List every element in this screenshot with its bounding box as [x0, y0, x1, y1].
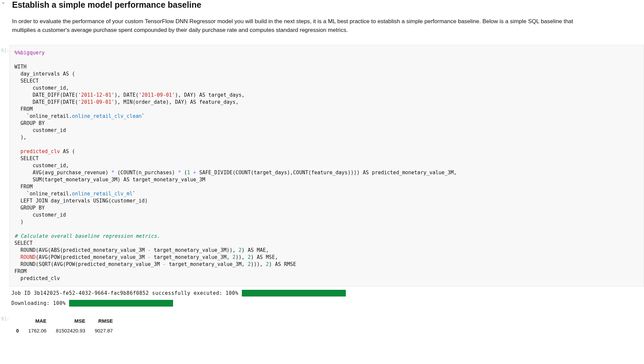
code-line: ),	[14, 134, 26, 140]
cell-mse: 81502420.93	[51, 326, 90, 335]
code-input-cell: 9]: %%bigquery WITH day_intervals AS ( S…	[0, 45, 644, 286]
code-line: GROUP BY	[14, 205, 45, 211]
code-line: AVG(avg_purchase_revenue)	[14, 170, 111, 176]
code-line: ), DATE(	[114, 92, 139, 98]
collapse-toggle-icon[interactable]: ▾	[2, 0, 5, 6]
table-ref: online_retail_clv_ml	[72, 191, 133, 197]
code-line: `online_retail.	[14, 113, 72, 119]
code-line: `online_retail.	[14, 191, 72, 197]
markdown-cell: ▾ Establish a simple model performance b…	[0, 0, 644, 41]
code-line: target_monetary_value_3M)),	[151, 247, 238, 253]
code-line: target_monetary_value_3M,	[166, 261, 248, 267]
download-progress-bar	[69, 300, 173, 307]
code-line	[14, 148, 20, 154]
code-line	[190, 170, 193, 176]
download-status-line: Downloading: 100%	[11, 300, 644, 307]
code-line: ROUND(AVG(ABS(predicted_monetary_value_3…	[14, 247, 148, 253]
number: 1	[187, 170, 190, 176]
result-output-cell: 9]: MAE MSE RMSE 0 1762.06 81502420.93 9…	[0, 313, 644, 335]
code-line: ) AS MSE,	[251, 254, 278, 260]
table-header-row: MAE MSE RMSE	[11, 316, 117, 326]
cell-magic: %%bigquery	[14, 50, 45, 56]
code-line: DATE_DIFF(DATE(	[14, 99, 78, 105]
code-line: )	[14, 219, 23, 225]
code-line: SELECT	[14, 155, 39, 162]
code-line: ) AS MAE,	[241, 247, 269, 253]
string-literal: '2011-09-01'	[139, 92, 175, 98]
comment: # Calculate overall baseline regression …	[14, 233, 160, 239]
section-heading: Establish a simple model performance bas…	[12, 0, 644, 10]
job-status-text: Job ID 3b142025-fe52-4032-9664-fac9b86f0…	[11, 290, 238, 296]
code-line: AS (	[60, 148, 75, 154]
code-line: (AVG(POW(predicted_monetary_value_3M	[36, 254, 148, 260]
code-line: GROUP BY	[14, 120, 45, 126]
code-line: DATE_DIFF(DATE(	[14, 92, 78, 98]
code-line: )),	[235, 254, 248, 260]
code-line: ), MIN(order_date), DAY) AS feature_days…	[114, 99, 238, 105]
code-line: ) AS RMSE	[269, 261, 296, 267]
table-row: 0 1762.06 81502420.93 9027.87	[11, 326, 117, 335]
table-ref: online_retail_clv_clean	[72, 113, 142, 119]
code-line: `	[132, 191, 136, 197]
code-line: customer_id,	[14, 85, 69, 91]
code-line: FROM	[14, 268, 26, 274]
section-description: In order to evaluate the performance of …	[12, 17, 579, 35]
code-editor[interactable]: %%bigquery WITH day_intervals AS ( SELEC…	[9, 45, 644, 286]
code-line: ), DAY) AS target_days,	[175, 92, 245, 98]
job-status-line: Job ID 3b142025-fe52-4032-9664-fac9b86f0…	[11, 290, 644, 297]
operator: *	[111, 170, 114, 176]
code-line: predicted_clv	[14, 275, 60, 281]
col-mae: MAE	[23, 316, 51, 326]
output-prompt: 9]:	[0, 313, 9, 321]
number: 2	[232, 254, 235, 260]
number: 2	[266, 261, 269, 267]
col-rmse: RMSE	[90, 316, 117, 326]
cell-rmse: 9027.87	[90, 326, 117, 335]
code-line: target_monetary_value_3M,	[151, 254, 232, 260]
code-line: LEFT JOIN day_intervals USING(customer_i…	[14, 198, 148, 204]
job-progress-bar	[242, 290, 346, 297]
string-literal: '2011-12-01'	[78, 92, 114, 98]
download-status-text: Downloading: 100%	[11, 300, 66, 306]
cte-name: predicted_clv	[20, 148, 60, 154]
code-line: SELECT	[14, 240, 33, 246]
output-prompt-spacer	[0, 290, 9, 292]
number: 2	[238, 247, 241, 253]
code-line: ))),	[251, 261, 266, 267]
code-line: SELECT	[14, 78, 39, 84]
code-line: WITH	[14, 64, 26, 70]
code-line: customer_id	[14, 127, 66, 133]
input-prompt: 9]:	[0, 45, 9, 286]
code-line: customer_id,	[14, 163, 69, 169]
code-line: day_intervals AS (	[14, 71, 75, 77]
code-line: SAFE_DIVIDE(COUNT(target_days),COUNT(fea…	[196, 170, 457, 176]
code-line	[14, 254, 20, 260]
operator: +	[193, 170, 196, 176]
code-line: `	[142, 113, 145, 119]
code-line: (COUNT(n_purchases)	[114, 170, 178, 176]
builtin: ROUND	[20, 254, 36, 260]
row-index: 0	[11, 326, 23, 335]
code-line: ROUND(SQRT(AVG(POW(predicted_monetary_va…	[14, 261, 163, 267]
code-line: (	[181, 170, 187, 176]
code-line: FROM	[14, 106, 33, 112]
operator: *	[178, 170, 181, 176]
code-line: FROM	[14, 184, 33, 190]
code-line: SUM(target_monetary_value_3M) AS target_…	[14, 177, 205, 183]
col-index	[11, 316, 23, 326]
col-mse: MSE	[51, 316, 90, 326]
code-line: customer_id	[14, 212, 66, 218]
output-cell: Job ID 3b142025-fe52-4032-9664-fac9b86f0…	[0, 290, 644, 310]
result-table: MAE MSE RMSE 0 1762.06 81502420.93 9027.…	[11, 316, 117, 335]
cell-mae: 1762.06	[23, 326, 51, 335]
string-literal: '2011-09-01'	[78, 99, 114, 105]
operator: -	[163, 261, 166, 267]
